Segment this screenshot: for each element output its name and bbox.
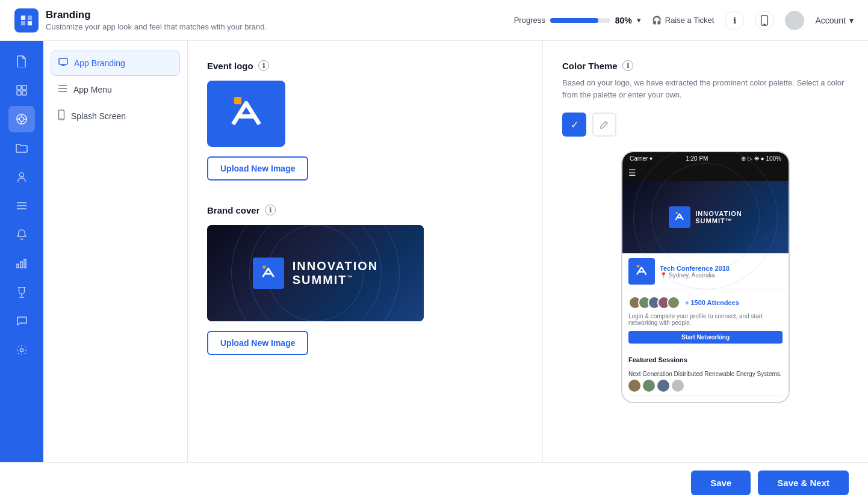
event-logo-info-icon[interactable]: ℹ: [258, 60, 269, 71]
attendees-label: Attendees: [707, 299, 739, 306]
icon-nav: [0, 41, 43, 462]
color-theme-title: Color Theme ℹ: [562, 60, 849, 71]
speaker-avatar-3: [657, 380, 669, 392]
sidebar-item-app-branding[interactable]: App Branding: [51, 51, 180, 76]
mobile-preview-icon[interactable]: [755, 11, 774, 30]
featured-sessions: Featured Sessions Next Generation Distri…: [622, 350, 789, 402]
progress-percentage: 80%: [615, 16, 632, 25]
event-logo-section: Event logo ℹ Upload New Image: [207, 60, 523, 181]
sidebar-item-app-menu-label: App Menu: [73, 85, 112, 94]
left-panel: Event logo ℹ Upload New Image Brand cove: [188, 41, 543, 462]
sidebar-item-app-menu[interactable]: App Menu: [51, 78, 180, 101]
nav-item-branding[interactable]: [8, 106, 35, 132]
nav-item-folder[interactable]: [8, 135, 35, 161]
attendees-count: + 1500 Attendees: [685, 299, 739, 306]
svg-point-16: [19, 173, 23, 177]
info-icon-button[interactable]: ℹ: [725, 11, 744, 30]
svg-rect-1: [28, 15, 32, 19]
banner-logo-box: [253, 258, 284, 289]
svg-rect-7: [22, 85, 26, 90]
svg-rect-41: [637, 265, 639, 267]
swatch-check-icon: ✓: [571, 119, 578, 131]
sidebar-item-splash-screen[interactable]: Splash Screen: [51, 103, 180, 129]
nav-item-settings[interactable]: [8, 337, 35, 363]
progress-bar-container: [550, 18, 610, 23]
banner-logo-area: INNOVATION SUMMIT™: [253, 258, 379, 289]
phone-mesh-2: [651, 163, 760, 271]
app-menu-icon: [58, 84, 67, 95]
nav-item-grid[interactable]: [8, 77, 35, 103]
session-item: Next Generation Distributed Renewable En…: [628, 367, 783, 396]
svg-rect-8: [17, 91, 21, 95]
color-theme-label: Color Theme: [562, 61, 618, 71]
svg-rect-0: [21, 15, 25, 19]
svg-point-25: [20, 348, 23, 351]
svg-rect-37: [262, 265, 265, 268]
nav-item-list[interactable]: [8, 193, 35, 219]
secondary-sidebar: App Branding App Menu Splash Screen: [43, 41, 188, 462]
event-logo-label: Event logo: [207, 61, 253, 71]
svg-rect-26: [59, 58, 67, 64]
raise-ticket-button[interactable]: 🎧 Raise a Ticket: [652, 16, 715, 25]
account-label: Account: [815, 16, 846, 25]
nav-item-analytics[interactable]: [8, 250, 35, 277]
nav-item-user[interactable]: [8, 164, 35, 190]
start-networking-button[interactable]: Start Networking: [628, 331, 783, 344]
color-swatch-blue[interactable]: ✓: [562, 113, 586, 137]
event-logo-title: Event logo ℹ: [207, 60, 523, 71]
body: App Branding App Menu Splash Screen: [0, 41, 868, 462]
brand-cover-upload-button[interactable]: Upload New Image: [207, 331, 308, 355]
progress-dropdown[interactable]: ▾: [637, 16, 641, 25]
right-panel: Color Theme ℹ Based on your logo, we hav…: [543, 41, 868, 462]
brand-cover-label: Brand cover: [207, 205, 260, 215]
session-title: Next Generation Distributed Renewable En…: [628, 371, 783, 377]
save-button[interactable]: Save: [691, 471, 751, 495]
svg-rect-9: [22, 91, 26, 95]
brand-cover-preview: INNOVATION SUMMIT™: [207, 225, 424, 321]
nav-item-chat[interactable]: [8, 308, 35, 335]
svg-rect-21: [20, 262, 22, 268]
sidebar-item-splash-screen-label: Splash Screen: [71, 111, 126, 121]
banner-text: INNOVATION SUMMIT™: [293, 259, 379, 287]
user-avatar[interactable]: [785, 11, 804, 30]
progress-area: Progress 80% ▾: [514, 16, 641, 25]
nav-item-trophy[interactable]: [8, 279, 35, 306]
banner-summit: SUMMIT™: [293, 273, 379, 287]
svg-rect-22: [24, 259, 26, 268]
svg-point-11: [19, 117, 23, 121]
account-chevron: ▾: [849, 16, 854, 25]
account-dropdown[interactable]: Account ▾: [815, 16, 854, 25]
progress-label: Progress: [514, 16, 545, 25]
svg-rect-2: [21, 20, 25, 25]
carrier-label: Carrier ▾: [630, 155, 653, 162]
svg-rect-3: [28, 20, 32, 25]
svg-rect-6: [17, 85, 21, 90]
save-next-button[interactable]: Save & Next: [758, 471, 849, 495]
header-left: Branding Customize your app look and fee…: [14, 8, 267, 32]
svg-rect-35: [234, 97, 241, 104]
app-branding-icon: [58, 57, 68, 69]
speaker-avatar-1: [628, 380, 640, 392]
brand-cover-info-icon[interactable]: ℹ: [265, 205, 276, 215]
featured-sessions-title: Featured Sessions: [628, 356, 783, 363]
nav-item-notification[interactable]: [8, 221, 35, 248]
page-title: Branding: [46, 9, 267, 21]
attendees-row: + 1500 Attendees: [628, 296, 783, 309]
event-logo-upload-button[interactable]: Upload New Image: [207, 156, 308, 181]
color-swatch-edit[interactable]: [592, 113, 616, 137]
nav-item-document[interactable]: [8, 48, 35, 75]
brand-cover-title: Brand cover ℹ: [207, 205, 523, 215]
main-content: Event logo ℹ Upload New Image Brand cove: [188, 41, 868, 462]
attendees-count-value: + 1500: [685, 299, 705, 306]
phone-banner: INNOVATION SUMMIT™: [622, 181, 789, 253]
color-theme-info-icon[interactable]: ℹ: [622, 60, 633, 71]
speaker-avatar-2: [643, 380, 655, 392]
top-header: Branding Customize your app look and fee…: [0, 0, 868, 41]
attendees-description: Login & complete your profile to connect…: [628, 313, 783, 326]
color-swatches: ✓: [562, 113, 849, 137]
attendee-avatar-5: [667, 296, 680, 309]
svg-rect-20: [17, 264, 19, 268]
splash-screen-icon: [58, 110, 65, 123]
headset-icon: 🎧: [652, 16, 662, 25]
header-title-area: Branding Customize your app look and fee…: [46, 9, 267, 31]
